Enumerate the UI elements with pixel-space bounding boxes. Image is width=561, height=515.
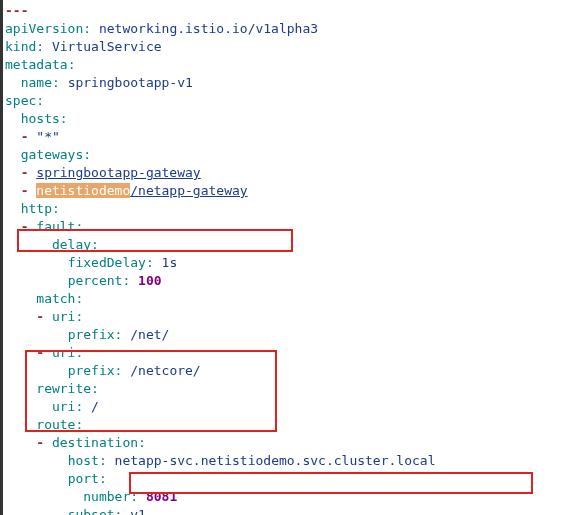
- delay-line: delay:: [5, 236, 561, 254]
- gateway-item-2: - netistiodemo/netapp-gateway: [5, 182, 561, 200]
- fixedDelay-line: fixedDelay: 1s: [5, 254, 561, 272]
- rewrite-uri-line: uri: /: [5, 398, 561, 416]
- gateways-line: gateways:: [5, 146, 561, 164]
- yaml-code-block: --- apiVersion: networking.istio.io/v1al…: [0, 0, 561, 515]
- percent-line: percent: 100: [5, 272, 561, 290]
- name-line: name: springbootapp-v1: [5, 74, 561, 92]
- spec-line: spec:: [5, 92, 561, 110]
- fault-line: - fault:: [5, 218, 561, 236]
- number-line: number: 8081: [5, 488, 561, 506]
- metadata-line: metadata:: [5, 56, 561, 74]
- route-line: route:: [5, 416, 561, 434]
- uri-item-2: - uri:: [5, 344, 561, 362]
- uri-item-1: - uri:: [5, 308, 561, 326]
- hosts-item: - "*": [5, 128, 561, 146]
- hosts-line: hosts:: [5, 110, 561, 128]
- host-line: host: netapp-svc.netistiodemo.svc.cluste…: [5, 452, 561, 470]
- prefix-line-1: prefix: /net/: [5, 326, 561, 344]
- prefix-line-2: prefix: /netcore/: [5, 362, 561, 380]
- apiVersion-line: apiVersion: networking.istio.io/v1alpha3: [5, 20, 561, 38]
- port-line: port:: [5, 470, 561, 488]
- destination-line: - destination:: [5, 434, 561, 452]
- subset-line: subset: v1: [5, 506, 561, 515]
- http-line: http:: [5, 200, 561, 218]
- gateway-item-1: - springbootapp-gateway: [5, 164, 561, 182]
- rewrite-line: rewrite:: [5, 380, 561, 398]
- kind-line: kind: VirtualService: [5, 38, 561, 56]
- match-line: match:: [5, 290, 561, 308]
- document-start: ---: [5, 2, 561, 20]
